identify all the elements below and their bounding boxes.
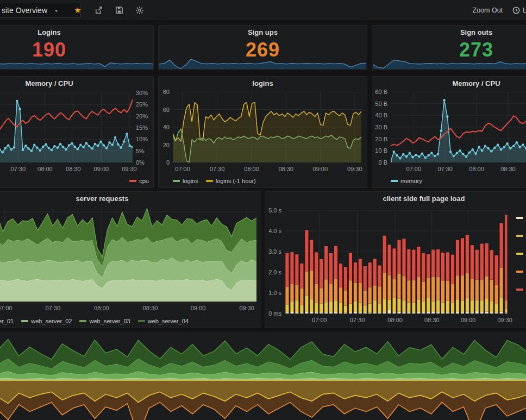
chart-plot [0,93,133,162]
navbar: site Overview ▾ ★ Zoom Out La [0,0,526,20]
y-axis-tick: 20% [136,113,152,120]
panel-title[interactable]: Memory / CPU [372,79,526,87]
x-axis-tick: 07:00 [0,305,12,311]
y-axis-tick: 2.0 s [267,269,281,275]
x-axis: 07:0007:3008:0008:3009:0009:30 [285,317,509,324]
x-axis-tick: 09:30 [122,166,137,172]
navbar-actions: ★ [73,0,144,20]
gear-icon[interactable] [135,6,144,15]
panel-logins-graph: logins 806040200 07:0007:3008:0008:3009:… [158,76,367,188]
y-axis-tick: 4.0 s [267,228,281,234]
y-axis: 60 B50 B40 B30 B20 B10 B0 B [374,92,387,162]
legend-item[interactable] [516,253,523,255]
chevron-down-icon: ▾ [55,8,58,14]
x-axis-tick: 08:30 [66,166,81,172]
x-axis-tick: 07:30 [350,317,365,323]
navbar-right: Zoom Out La [473,0,526,20]
y-axis-tick: 40 B [374,112,387,118]
y-axis-tick: 20 [161,142,170,148]
x-axis: 07:0007:3008:0008:3009:00 [391,166,526,173]
legend-item[interactable]: web_server_01 [0,318,14,324]
x-axis-tick: 07:30 [45,305,60,311]
panel-title[interactable]: Logins [0,28,153,36]
x-axis-tick: 09:00 [191,305,206,311]
legend-item[interactable] [516,235,523,237]
legend-item[interactable] [516,271,523,273]
share-icon[interactable] [94,6,103,15]
panel-title[interactable]: client side full page load [265,195,526,203]
y-axis-tick: 10% [136,136,152,142]
x-axis-tick: 08:30 [500,166,516,172]
x-axis-tick: 07:30 [210,166,225,172]
x-axis-tick: 07:00 [312,317,327,323]
panel-title[interactable]: Sign outs [372,28,526,36]
y-axis-tick: 3.0 s [267,248,281,255]
y-axis-tick: 15% [136,124,152,131]
chart-legend: cpu [0,177,149,185]
legend-item[interactable]: web_server_03 [79,318,130,324]
chart-plot [0,335,526,420]
x-axis-tick: 09:30 [347,166,362,172]
x-axis-tick: 09:30 [497,317,512,323]
y-axis-tick: 20 B [374,136,387,142]
panel-logins-stat: Logins 190 [0,25,154,70]
chart-canvas [0,208,256,302]
legend-swatch-icon [79,320,86,322]
star-icon[interactable]: ★ [73,6,82,15]
x-axis-tick: 07:00 [406,166,421,172]
legend-swatch-icon [173,180,180,182]
chart-legend: loginslogins (-1 hour) [173,177,362,185]
dashboard-title-dropdown[interactable]: site Overview ▾ [0,3,81,18]
panel-memory-cpu-left: Memory / CPU 30%25%20%15%10%5%0% 07:3008… [0,76,154,188]
x-axis-tick: 08:30 [143,305,158,311]
panel-memory-cpu-right: Memory / CPU 60 B50 B40 B30 B20 B10 B0 B… [372,76,526,188]
y-axis-tick: 1.0 s [267,290,281,296]
x-axis-tick: 08:30 [424,317,440,323]
chart-plot [0,208,256,302]
panel-title[interactable]: Memory / CPU [0,79,153,87]
legend-item[interactable]: web_server_04 [138,318,189,324]
y-axis-tick: 50 B [374,101,387,107]
x-axis-tick: 07:30 [11,166,26,172]
panel-client-page-load: client side full page load 5.0 s4.0 s3.0… [265,191,526,328]
legend-item[interactable] [516,289,523,291]
y-axis-tick: 40 [161,124,170,130]
chart-legend: memory [391,177,526,185]
legend-swatch-icon [391,180,398,182]
legend-item[interactable] [516,217,523,219]
y-axis-tick: 5.0 s [267,207,281,214]
legend-item[interactable]: logins (-1 hour) [206,178,256,184]
chart-plot [173,92,361,162]
y-axis-tick: 60 [161,106,170,113]
x-axis-tick: 07:00 [175,166,190,172]
y-axis-tick: 0 B [374,159,387,166]
stat-value: 269 [159,39,367,61]
x-axis: 07:0007:3008:0008:3009:0009:30 [0,305,256,312]
grafana-dashboard: site Overview ▾ ★ Zoom Out La Logins [0,0,526,420]
legend-item[interactable]: logins [173,178,198,184]
x-axis-tick: 09:00 [461,317,476,323]
legend-item[interactable]: cpu [129,178,149,184]
dashboard-title: site Overview [2,6,47,15]
zoom-out-button[interactable]: Zoom Out [473,7,503,14]
panel-server-requests: server requests 07:0007:3008:0008:3009:0… [0,191,261,328]
y-axis-tick: 0 ms [267,310,281,317]
panel-network-area [0,331,526,420]
legend-swatch-icon [516,271,523,273]
save-icon[interactable] [115,6,123,15]
chart-legend: web_server_01web_server_02web_server_03w… [0,317,256,325]
time-picker[interactable]: La [512,7,526,14]
panel-title[interactable]: Sign ups [159,28,367,36]
legend-item[interactable]: web_server_02 [21,318,72,324]
x-axis-tick: 07:30 [437,166,453,172]
legend-swatch-icon [516,253,523,255]
legend-item[interactable]: memory [391,178,422,184]
y-axis-tick: 80 [161,89,170,95]
y-axis-tick: 0% [136,159,152,166]
panel-title[interactable]: logins [159,79,367,87]
panel-title[interactable]: server requests [0,195,261,203]
y-axis: 5.0 s4.0 s3.0 s2.0 s1.0 s0 ms [267,210,281,314]
chart-canvas [173,92,361,162]
y-axis-tick: 30 B [374,124,387,130]
chart-canvas [0,335,526,420]
